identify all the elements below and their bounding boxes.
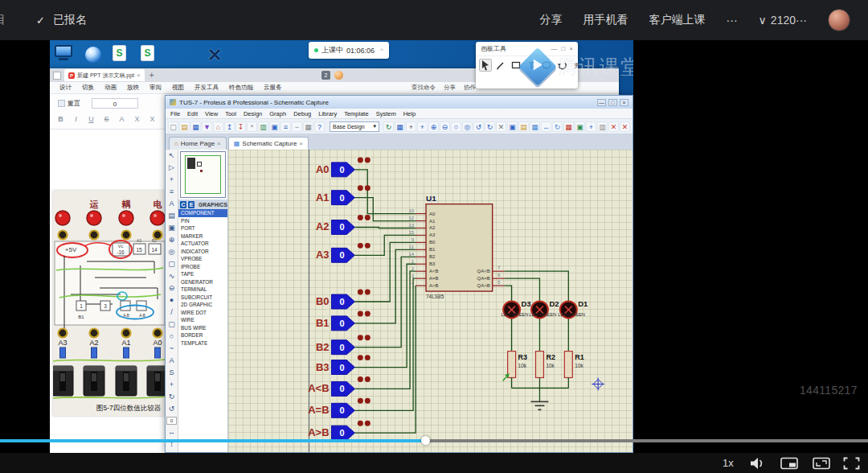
design-selector-dropdown[interactable]: Base Design ▾ (330, 121, 379, 132)
tab-home-page[interactable]: ⌂ Home Page × (169, 137, 227, 150)
toolbar-icon-redraw[interactable]: ↻ (383, 121, 394, 132)
toolbar-icon-netlist[interactable]: ▦ (303, 121, 313, 132)
toolbar-icon-new-file[interactable]: ▢ (168, 121, 178, 132)
category-iprobe[interactable]: IPROBE (178, 263, 227, 271)
ppt-menu-item[interactable]: 放映 (127, 84, 139, 92)
ppt-menu-item[interactable]: 动画 (104, 84, 117, 92)
menu-design[interactable]: Design (244, 110, 262, 117)
progress-bar[interactable] (0, 439, 868, 442)
toolbar-icon-block-move[interactable]: ↔ (541, 121, 551, 132)
toolbar-icon-import[interactable]: ▼ (202, 121, 212, 132)
logic-input-A2[interactable]: 0A2 (316, 215, 371, 234)
format-button-x-5[interactable]: X (133, 115, 141, 123)
logic-input-A=B[interactable]: 0A=B (308, 398, 371, 417)
menu-graph[interactable]: Graph (269, 110, 286, 117)
toolbar-icon-redo[interactable]: ↻ (485, 121, 495, 132)
close-icon[interactable]: × (569, 45, 573, 52)
close-icon[interactable]: × (137, 72, 141, 79)
mode-icon-circle-mode[interactable]: ○ (170, 331, 174, 343)
toolbar-icon-erc[interactable]: − (292, 121, 302, 132)
mode-icon-arc-mode[interactable]: ~ (170, 343, 174, 355)
ppt-menu-item[interactable]: 协作 (464, 84, 476, 92)
rotate-angle-field[interactable]: 0 (166, 417, 177, 425)
minimize-icon[interactable]: — (551, 45, 557, 52)
toolbar-icon-block-delete[interactable]: ▦ (563, 121, 574, 132)
toolbar-icon-decompose[interactable]: ✕ (608, 121, 619, 132)
toolbar-icon-design-explorer[interactable]: ▣ (269, 121, 280, 132)
paint-tool-cursor[interactable] (479, 59, 492, 72)
toolbar-icon-zoom-in[interactable]: ⊕ (428, 121, 439, 132)
menu-tool[interactable]: Tool (225, 110, 236, 117)
toolbar-icon-cleanup[interactable]: ✕ (620, 121, 630, 132)
toolbar-icon-grid-toggle[interactable]: ▦ (395, 121, 405, 132)
close-icon[interactable]: × (217, 140, 221, 147)
format-button-b-0[interactable]: B (56, 115, 65, 123)
mode-icon-subcircuit-mode[interactable]: ▣ (168, 222, 175, 234)
menu-edit[interactable]: Edit (187, 110, 198, 117)
category-indicator[interactable]: INDICATOR (178, 248, 227, 256)
mode-icon-device-pin-mode[interactable]: ◎ (169, 246, 175, 258)
ppt-menu-item[interactable]: 开发工具 (194, 84, 219, 92)
led-D2[interactable]: D2LED-GREEN (530, 299, 559, 318)
watch-on-phone-button[interactable]: 用手机看 (583, 13, 628, 27)
progress-handle[interactable] (421, 436, 430, 445)
format-button-s-3[interactable]: S (102, 115, 111, 123)
wps-menu-icon[interactable] (53, 72, 61, 80)
mirror-h-icon[interactable]: ↔ (168, 426, 175, 438)
value-spinner[interactable]: 0 (92, 98, 138, 109)
wps-avatar[interactable] (334, 71, 343, 80)
toolbar-icon-remove-sheet[interactable]: ↧ (235, 121, 246, 132)
mode-icon-tape-recorder-mode[interactable]: ∿ (169, 270, 175, 282)
toolbar-icon-goto-sheet[interactable]: ▥ (258, 121, 268, 132)
toolbar-icon-undo[interactable]: ↺ (473, 121, 484, 132)
ppt-document-tab[interactable]: P 新建 PPT 演示文稿.ppt × (64, 69, 145, 81)
browser-icon[interactable] (85, 47, 101, 63)
mode-icon-generator-mode[interactable]: ⊖ (169, 282, 175, 294)
category-marker[interactable]: MARKER (178, 232, 227, 241)
format-button-x-6[interactable]: X (148, 115, 157, 123)
toolbar-icon-save[interactable]: ▦ (190, 121, 201, 132)
mode-icon-component-mode[interactable]: ▷ (169, 162, 174, 174)
mode-icon-line-mode[interactable]: / (170, 306, 173, 319)
category-port[interactable]: PORT (178, 224, 227, 232)
ppt-menu-item[interactable]: 云服务 (264, 84, 282, 92)
category-wire-dot[interactable]: WIRE DOT (178, 309, 227, 317)
ppt-menu-item[interactable]: 视图 (172, 84, 184, 92)
logic-input-B2[interactable]: 0B2 (316, 335, 371, 354)
toolbar-icon-new-sheet[interactable]: ↥ (224, 121, 235, 132)
format-button-i-1[interactable]: I (72, 115, 80, 123)
category-actuator[interactable]: ACTUATOR (178, 240, 227, 248)
category-generator[interactable]: GENERATOR (178, 278, 227, 286)
ppt-menu-item[interactable]: 分享 (444, 84, 456, 92)
menu-library[interactable]: Library (318, 110, 337, 117)
avatar[interactable] (828, 9, 850, 31)
category-tape[interactable]: TAPE (178, 270, 227, 278)
proteus-title-bar[interactable]: TUS-7 - Proteus 8 Professional - Schemat… (166, 96, 633, 109)
category-vprobe[interactable]: VPROBE (178, 255, 227, 263)
toolbar-icon-packaging-tool[interactable]: ▥ (597, 121, 608, 132)
reset-button[interactable]: 重置 (58, 99, 80, 108)
toolbar-icon-cut[interactable]: ✕ (496, 121, 506, 132)
schematic-overview[interactable] (180, 151, 226, 198)
category-wire[interactable]: WIRE (178, 316, 227, 324)
led-D3[interactable]: D3LED-GREEN (502, 299, 531, 318)
toolbar-icon-zoom-out[interactable]: ⊖ (440, 121, 450, 132)
toolbar-icon-pick-parts[interactable]: ▣ (575, 121, 585, 132)
category-template[interactable]: TEMPLATE (178, 339, 227, 348)
resistor-R2[interactable]: R210k (535, 352, 555, 378)
mode-icon-text-script-mode[interactable]: A (169, 198, 174, 210)
toolbar-icon-copy[interactable]: ▣ (507, 121, 518, 132)
logic-input-B1[interactable]: 0B1 (316, 311, 371, 330)
mode-icon-box-mode[interactable]: ▢ (168, 319, 175, 331)
category-pin[interactable]: PIN (178, 217, 227, 225)
menu-help[interactable]: Help (403, 110, 416, 117)
toolbar-icon-bill-of-materials[interactable]: ≡ (280, 121, 291, 132)
led-D1[interactable]: D1LED-GREEN (558, 299, 588, 318)
logic-input-A<B[interactable]: 0A<B (308, 376, 371, 396)
toolbar-icon-help[interactable]: ? (314, 121, 325, 132)
playback-speed-button[interactable]: 1x (723, 457, 734, 469)
toolbar-icon-block-copy[interactable]: ▦ (530, 121, 540, 132)
toolbar-icon-false-origin[interactable]: + (406, 121, 416, 132)
menu-file[interactable]: File (170, 110, 180, 117)
chip-u1[interactable]: U174LS8510A012A113A215A39B011B114B21B32A… (408, 194, 504, 299)
